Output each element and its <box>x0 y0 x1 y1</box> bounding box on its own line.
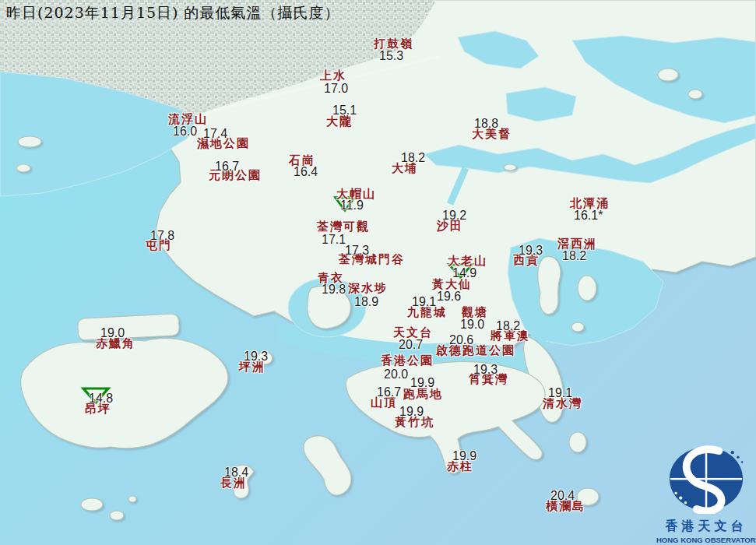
station-temperature: 19.3 <box>244 350 268 364</box>
station-temperature: 19.3 <box>473 363 498 377</box>
station-temperature: 17.3 <box>345 244 369 258</box>
station-temperature: 16.7 <box>377 385 401 399</box>
soko-islet-2 <box>128 496 136 502</box>
deep-bay-islet <box>18 136 41 147</box>
station-temperature: 16.7 <box>215 160 239 174</box>
station-temperature: 19.0 <box>100 326 125 340</box>
station-temperature: 20.4 <box>550 489 575 503</box>
station-temperature: 18.2 <box>562 249 586 263</box>
station-temperature: 18.8 <box>474 117 498 131</box>
soko-island <box>81 498 103 511</box>
mirs-bay-island-2 <box>688 90 702 99</box>
port-shelter-island <box>578 276 596 301</box>
station-temperature: 18.2 <box>401 151 425 165</box>
station-name: 啟德跑道公園 <box>436 343 515 358</box>
hong-kong-island <box>346 362 545 473</box>
hko-logo-name-cn: 香港天文台 <box>656 519 756 535</box>
station-temperature: 19.2 <box>442 209 466 223</box>
mirs-bay-island <box>658 69 678 81</box>
deep-bay-islet-2 <box>16 164 30 172</box>
station-temperature: 19.9 <box>452 449 476 463</box>
station-temperature: 16.4 <box>294 165 318 179</box>
station-temperature: 18.2 <box>496 319 520 333</box>
hko-logo-name-en: HONG KONG OBSERVATORY <box>656 536 756 544</box>
hko-logo-icon <box>666 445 747 514</box>
lamma-island <box>304 436 351 495</box>
page-title: 昨日(2023年11月15日) 的最低氣溫（攝氏度） <box>6 3 340 23</box>
station-temperature: 20.7 <box>399 338 423 352</box>
tung-lung-chau-island <box>569 432 586 452</box>
station-temperature: 19.0 <box>460 318 484 332</box>
min-temperature-map: 昨日(2023年11月15日) 的最低氣溫（攝氏度） 打鼓嶺 15.3 上水 1… <box>0 0 756 545</box>
station-temperature: 19.3 <box>519 244 543 258</box>
station-temperature: 16.1* <box>574 209 603 223</box>
station-temperature: 17.1 <box>322 233 346 247</box>
station-temperature: 17.4 <box>203 127 227 141</box>
station-name: 深水埗 <box>348 281 388 296</box>
station-temperature: 19.8 <box>322 283 346 297</box>
station-temperature: 14.8 <box>89 392 113 406</box>
port-shelter-islet <box>571 322 584 332</box>
station-temperature: 16.0 <box>173 125 197 139</box>
station-temperature: 15.3 <box>379 49 403 63</box>
station-temperature: 15.1 <box>332 104 357 118</box>
tolo-islet <box>504 164 516 171</box>
station-temperature: 17.0 <box>324 82 348 96</box>
station-temperature: 18.4 <box>224 466 248 480</box>
station-temperature: 19.6 <box>437 290 461 304</box>
kau-sai-chau-island <box>538 256 561 314</box>
station-temperature: 19.9 <box>410 376 434 390</box>
station-temperature: 19.9 <box>399 405 424 419</box>
station-temperature: 11.9 <box>340 199 364 213</box>
soko-islet <box>110 511 124 520</box>
station-temperature: 18.9 <box>354 295 378 309</box>
hko-logo: 香港天文台 HONG KONG OBSERVATORY <box>656 445 756 544</box>
station-temperature: 19.1 <box>548 386 572 400</box>
station-temperature: 20.0 <box>384 367 408 382</box>
station-temperature: 20.6 <box>449 333 473 347</box>
lantau-island <box>20 338 227 448</box>
hong-kong-basemap <box>0 0 756 545</box>
station-temperature: 19.1 <box>412 295 436 309</box>
station-temperature: 17.8 <box>150 229 174 243</box>
station-name: 香港公園 <box>381 353 434 368</box>
